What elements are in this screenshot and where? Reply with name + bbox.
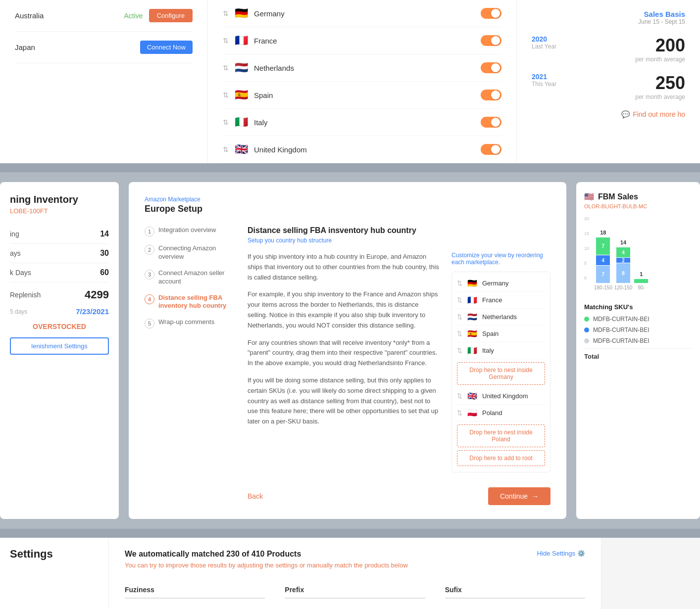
germany-toggle-row: ⇅ 🇩🇪 Germany xyxy=(223,0,501,27)
drag-netherlands-flag: 🇳🇱 xyxy=(467,312,477,322)
drag-france[interactable]: ⇅ 🇫🇷 France xyxy=(457,292,545,309)
connect-now-button[interactable]: Connect Now xyxy=(140,41,193,54)
germany-toggle[interactable] xyxy=(481,8,501,19)
continue-button[interactable]: Continue → xyxy=(488,487,550,505)
paragraph-2: For example, if you ship inventory to th… xyxy=(248,289,440,330)
y-5: 5 xyxy=(584,261,589,266)
drag-uk-flag: 🇬🇧 xyxy=(467,391,477,401)
unit-2021: per month average xyxy=(635,94,685,100)
drag-france-flag: 🇫🇷 xyxy=(467,295,477,305)
drop-zone-germany[interactable]: Drop here to nest inside Germany xyxy=(457,362,545,385)
bottom-settings-label: Settings xyxy=(0,538,109,609)
drop-zone-poland[interactable]: Drop here to nest inside Poland xyxy=(457,424,545,447)
inventory-title: ning Inventory xyxy=(10,194,109,205)
spain-toggle[interactable] xyxy=(481,90,501,100)
drag-uk[interactable]: ⇅ 🇬🇧 United Kingdom xyxy=(457,388,545,405)
unit-2020: per month average xyxy=(635,56,685,63)
back-button[interactable]: Back xyxy=(248,492,263,500)
bar1-label: 180-150 xyxy=(594,285,612,290)
bar3-seg1 xyxy=(634,279,648,283)
step-2[interactable]: 2 Connecting Amazon overview xyxy=(145,244,234,261)
drag-germany[interactable]: ⇅ 🇩🇪 Germany xyxy=(457,275,545,292)
inventory-panel: ning Inventory LOBE-100FT ing 14 ays 30 … xyxy=(0,182,119,519)
drop-zone-root[interactable]: Drop here to add to root xyxy=(457,450,545,466)
value-2020: 200 xyxy=(635,35,685,56)
drag-netherlands[interactable]: ⇅ 🇳🇱 Netherlands xyxy=(457,309,545,326)
step-label-5: Wrap-up comments xyxy=(158,318,214,327)
bar2-seg3: 8 xyxy=(616,263,630,283)
australia-name: Australia xyxy=(15,11,44,20)
drag-handle-netherlands[interactable]: ⇅ xyxy=(223,64,229,72)
spain-flag: 🇪🇸 xyxy=(235,89,248,101)
total-row: Total xyxy=(584,348,692,360)
drag-poland[interactable]: ⇅ 🇵🇱 Poland xyxy=(457,405,545,422)
configure-button[interactable]: Configure xyxy=(149,9,193,22)
gear-icon: ⚙️ xyxy=(577,550,585,557)
france-toggle[interactable] xyxy=(481,35,501,46)
sku-item-3: MDFB-CURTAIN-BEI xyxy=(584,337,692,344)
australia-row: Australia Active Configure xyxy=(15,0,193,32)
fbm-chart: 20 15 10 5 0 18 7 4 7 180-150 xyxy=(584,216,692,295)
bar2-total: 14 xyxy=(620,239,626,245)
netherlands-toggle[interactable] xyxy=(481,62,501,73)
spain-toggle-row: ⇅ 🇪🇸 Spain xyxy=(223,82,501,109)
y-20: 20 xyxy=(584,216,589,221)
fbm-title: FBM Sales xyxy=(598,192,638,201)
drag-netherlands-name: Netherlands xyxy=(482,313,545,321)
drag-poland-flag: 🇵🇱 xyxy=(467,408,477,418)
setup-steps: 1 Integration overview 2 Connecting Amaz… xyxy=(145,226,234,505)
italy-toggle[interactable] xyxy=(481,117,501,128)
bar1-total: 18 xyxy=(600,230,606,235)
drag-italy-name: Italy xyxy=(482,347,545,354)
settings-columns: Fuziness Prefix Sufix xyxy=(125,586,585,599)
drag-spain[interactable]: ⇅ 🇪🇸 Spain xyxy=(457,326,545,342)
sales-basis-date: June 15 - Sept 15 xyxy=(532,18,685,25)
step-num-3: 3 xyxy=(145,270,154,280)
hide-settings-link[interactable]: Hide Settings ⚙️ xyxy=(537,550,585,557)
arrow-right-icon: → xyxy=(532,492,539,500)
find-more-link[interactable]: 💬 Find out more ho xyxy=(532,110,685,118)
drag-handle-germany[interactable]: ⇅ xyxy=(223,9,229,17)
drag-handle-spain[interactable]: ⇅ xyxy=(223,91,229,99)
continue-label: Continue xyxy=(500,492,528,500)
drag-uk-name: United Kingdom xyxy=(482,392,545,400)
chat-icon: 💬 xyxy=(621,110,630,118)
paragraph-3: For any countries shown that will receiv… xyxy=(248,338,440,369)
bottom-divider xyxy=(0,529,700,538)
drag-handle-italy[interactable]: ⇅ xyxy=(223,118,229,126)
germany-label: Germany xyxy=(254,9,475,18)
step-1[interactable]: 1 Integration overview xyxy=(145,226,234,236)
fuziness-col: Fuziness xyxy=(125,586,265,599)
sku-text-3: MDFB-CURTAIN-BEI xyxy=(593,337,650,344)
drag-italy[interactable]: ⇅ 🇮🇹 Italy xyxy=(457,342,545,359)
netherlands-label: Netherlands xyxy=(254,64,475,72)
fbm-sales-panel: 🇺🇸 FBM Sales OLOR-BLIGHT-BULB-MC 20 15 1… xyxy=(576,182,700,519)
country-toggle-list: ⇅ 🇩🇪 Germany ⇅ 🇫🇷 France ⇅ 🇳🇱 Netherland… xyxy=(208,0,517,163)
step-4[interactable]: 4 Distance selling FBA inventory hub cou… xyxy=(145,294,234,311)
paragraph-4: If you will be doing some distance selli… xyxy=(248,375,440,427)
step-label-4: Distance selling FBA inventory hub count… xyxy=(158,294,234,311)
uk-toggle[interactable] xyxy=(481,144,501,155)
drag-handle-uk[interactable]: ⇅ xyxy=(223,145,229,153)
hide-settings-text: Hide Settings xyxy=(537,550,575,557)
sku-dot-2 xyxy=(584,328,589,332)
step-num-1: 1 xyxy=(145,227,154,236)
netherlands-flag: 🇳🇱 xyxy=(235,61,248,74)
replenishment-settings-button[interactable]: lenishment Settings xyxy=(10,337,109,355)
content-subtitle: Setup you country hub structure xyxy=(248,237,550,244)
footer-actions: Back Continue → xyxy=(248,487,550,505)
step-3[interactable]: 3 Connect Amazon seller account xyxy=(145,269,234,286)
bar3-label: 90- xyxy=(638,285,645,290)
value-2021: 250 xyxy=(635,73,685,94)
y-15: 15 xyxy=(584,231,589,236)
france-flag: 🇫🇷 xyxy=(235,34,248,47)
germany-flag: 🇩🇪 xyxy=(235,7,248,20)
find-more-text: Find out more ho xyxy=(633,110,685,118)
drag-handle-france[interactable]: ⇅ xyxy=(223,37,229,45)
step-5[interactable]: 5 Wrap-up comments xyxy=(145,318,234,328)
sales-basis-title: Sales Basis xyxy=(532,10,685,18)
amazon-marketplace-label: Amazon Marketplace xyxy=(145,196,550,203)
sufix-col: Sufix xyxy=(445,586,585,599)
sku-dot-3 xyxy=(584,338,589,343)
drag-icon-netherlands: ⇅ xyxy=(457,313,462,321)
